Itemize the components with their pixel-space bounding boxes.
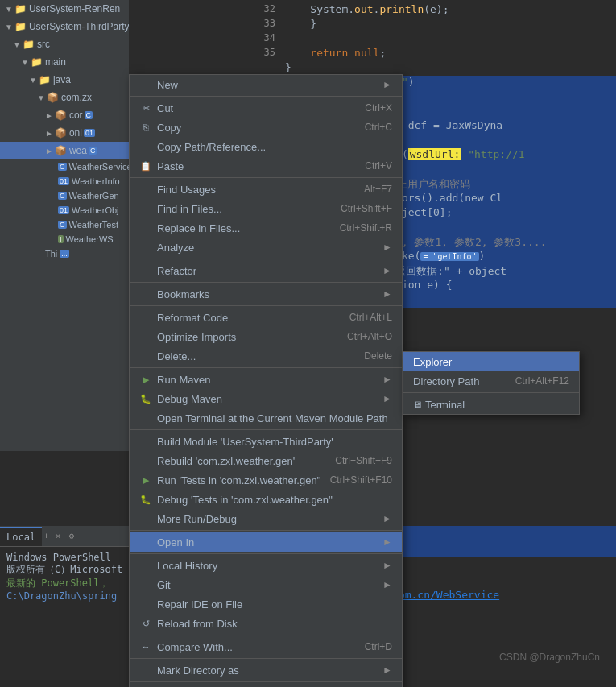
separator-9 <box>130 553 402 554</box>
code-line-32: System.out.println(e); <box>282 3 616 18</box>
tree-item-thi[interactable]: Thi... <box>0 246 129 261</box>
refactor-arrow: ► <box>382 265 392 276</box>
new-arrow: ► <box>382 79 392 90</box>
tree-item-c4[interactable]: 01 WeatherObj <box>0 203 129 217</box>
menu-find-in-files[interactable]: Find in Files... Ctrl+Shift+F <box>130 199 402 218</box>
run-maven-arrow: ► <box>382 374 392 385</box>
separator-3 <box>130 259 402 259</box>
paste-icon: 📋 <box>139 161 152 172</box>
terminal-submenu-icon: 🖥 <box>413 399 422 409</box>
menu-run-maven[interactable]: ▶Run Maven ► <box>130 370 402 389</box>
tree-item-main[interactable]: ▼ 📁 main <box>0 53 129 71</box>
tree-item-c5[interactable]: C WeatherTest <box>0 217 129 232</box>
separator-8 <box>130 530 402 531</box>
code-line-33: } <box>282 18 616 32</box>
more-run-arrow: ► <box>382 513 392 524</box>
tree-item-wea[interactable]: ► 📦 wea C <box>0 142 129 159</box>
open-in-arrow: ► <box>382 536 392 548</box>
menu-debug-maven[interactable]: 🐛Debug Maven ► <box>130 389 402 408</box>
menu-new[interactable]: New ► <box>130 75 402 94</box>
watermark: CSDN @DragonZhuCn <box>499 652 600 663</box>
tree-item-c3[interactable]: C WeatherGen <box>0 188 129 203</box>
separator-5 <box>130 305 402 306</box>
menu-reload-from-disk[interactable]: ↺Reload from Disk <box>130 614 402 633</box>
menu-open-in[interactable]: Open In ► <box>130 532 402 552</box>
menu-bookmarks[interactable]: Bookmarks ► <box>130 284 402 304</box>
tree-item-userthirdparty[interactable]: ▼ 📁 UserSystem-ThirdParty <box>0 18 129 35</box>
tree-item-c6[interactable]: I WeatherWS <box>0 232 129 246</box>
separator-7 <box>130 429 402 430</box>
debug-maven-arrow: ► <box>382 393 392 404</box>
terminal-add-button[interactable]: + <box>42 528 51 544</box>
terminal-close-button[interactable]: × <box>51 528 66 544</box>
submenu-open-in[interactable]: Explorer Directory Path Ctrl+Alt+F12 🖥 T… <box>403 351 580 415</box>
menu-cut[interactable]: ✂Cut Ctrl+X <box>130 98 402 118</box>
tree-item-onl[interactable]: ► 📦 onl 01 <box>0 124 129 142</box>
code-line-34 <box>282 32 616 47</box>
file-tree: ▼ 📁 UserSystem-RenRen ▼ 📁 UserSystem-Thi… <box>0 0 129 451</box>
tree-item-src[interactable]: ▼ 📁 src <box>0 35 129 53</box>
run-tests-icon: ▶ <box>139 475 152 486</box>
bookmarks-arrow: ► <box>382 288 392 300</box>
reload-icon: ↺ <box>139 619 152 629</box>
tree-item-c1[interactable]: C WeatherService <box>0 159 129 174</box>
menu-git[interactable]: Git ► <box>130 575 402 594</box>
tree-item-comzx[interactable]: ▼ 📦 com.zx <box>0 89 129 106</box>
menu-refactor[interactable]: Refactor ► <box>130 261 402 280</box>
git-arrow: ► <box>382 579 392 590</box>
run-maven-icon: ▶ <box>139 375 152 385</box>
submenu-explorer[interactable]: Explorer <box>403 352 579 371</box>
menu-compare-with[interactable]: ↔Compare With... Ctrl+D <box>130 637 402 656</box>
debug-maven-icon: 🐛 <box>139 394 152 404</box>
tree-item-c2[interactable]: 01 WeatherInfo <box>0 174 129 188</box>
tree-item-userrenren[interactable]: ▼ 📁 UserSystem-RenRen <box>0 0 129 18</box>
menu-copy-path[interactable]: Copy Path/Reference... <box>130 137 402 156</box>
compare-icon: ↔ <box>139 642 152 652</box>
menu-reformat[interactable]: Reformat Code Ctrl+Alt+L <box>130 308 402 327</box>
menu-replace-in-files[interactable]: Replace in Files... Ctrl+Shift+R <box>130 218 402 238</box>
menu-debug-tests[interactable]: 🐛Debug 'Tests in 'com.zxl.weather.gen'' <box>130 490 402 509</box>
menu-analyze-deps[interactable]: 🔗Analyze Dependencies... <box>130 684 402 687</box>
submenu-terminal[interactable]: 🖥 Terminal <box>403 395 579 414</box>
menu-copy[interactable]: ⎘Copy Ctrl+C <box>130 118 402 137</box>
separator-1 <box>130 96 402 97</box>
menu-mark-dir[interactable]: Mark Directory as ► <box>130 660 402 680</box>
analyze-arrow: ► <box>382 242 392 253</box>
local-history-arrow: ► <box>382 560 392 571</box>
tree-item-java[interactable]: ▼ 📁 java <box>0 71 129 89</box>
mark-dir-arrow: ► <box>382 664 392 676</box>
menu-open-terminal-maven[interactable]: Open Terminal at the Current Maven Modul… <box>130 408 402 428</box>
separator-6 <box>130 367 402 368</box>
menu-more-run-debug[interactable]: More Run/Debug ► <box>130 509 402 528</box>
cut-icon: ✂ <box>139 103 152 114</box>
separator-11 <box>130 658 402 659</box>
menu-find-usages[interactable]: Find Usages Alt+F7 <box>130 180 402 199</box>
separator-10 <box>130 635 402 635</box>
menu-run-tests[interactable]: ▶Run 'Tests in 'com.zxl.weather.gen'' Ct… <box>130 470 402 490</box>
terminal-settings[interactable]: ⚙ <box>65 528 77 544</box>
menu-rebuild[interactable]: Rebuild 'com.zxl.weather.gen' Ctrl+Shift… <box>130 451 402 470</box>
terminal-tab-local[interactable]: Local <box>0 527 42 546</box>
menu-optimize-imports[interactable]: Optimize Imports Ctrl+Alt+O <box>130 327 402 346</box>
separator-2 <box>130 177 402 178</box>
debug-tests-icon: 🐛 <box>139 495 152 505</box>
menu-paste[interactable]: 📋Paste Ctrl+V <box>130 156 402 176</box>
copy-icon: ⎘ <box>139 122 152 132</box>
submenu-directory-path[interactable]: Directory Path Ctrl+Alt+F12 <box>403 371 579 391</box>
menu-delete[interactable]: Delete... Delete <box>130 346 402 366</box>
menu-repair-ide[interactable]: Repair IDE on File <box>130 594 402 614</box>
context-menu[interactable]: New ► ✂Cut Ctrl+X ⎘Copy Ctrl+C Copy Path… <box>129 74 403 687</box>
tree-item-cor[interactable]: ► 📦 cor C <box>0 106 129 124</box>
menu-build-module[interactable]: Build Module 'UserSystem-ThirdParty' <box>130 432 402 451</box>
menu-local-history[interactable]: Local History ► <box>130 556 402 575</box>
code-line-35: return null; <box>282 47 616 61</box>
menu-analyze[interactable]: Analyze ► <box>130 238 402 257</box>
separator-4 <box>130 282 402 283</box>
separator-12 <box>130 681 402 682</box>
submenu-separator <box>403 392 579 393</box>
